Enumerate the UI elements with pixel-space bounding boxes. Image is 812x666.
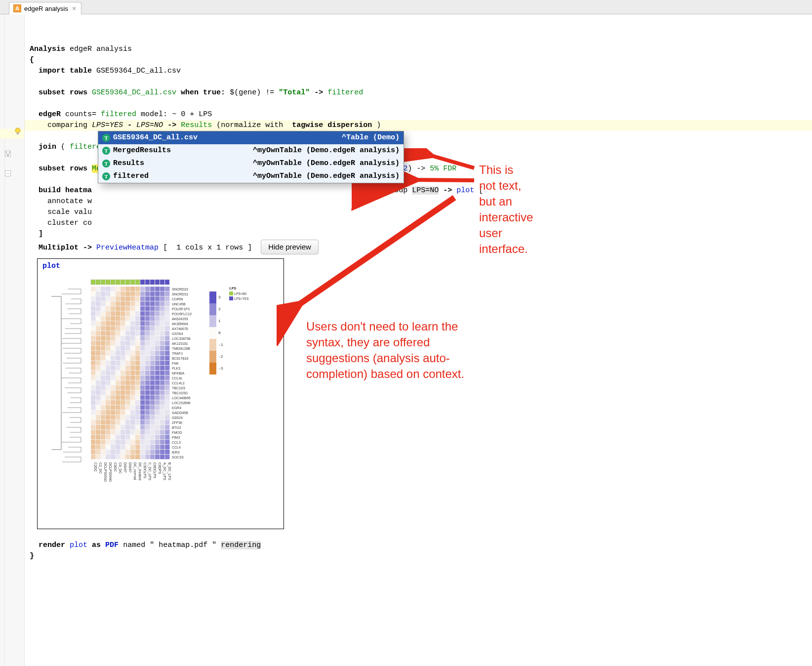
fold-handle-icon[interactable]: － [5, 170, 11, 176]
svg-rect-70 [96, 301, 101, 306]
svg-rect-405 [155, 395, 160, 400]
svg-rect-583 [111, 450, 116, 455]
svg-rect-4 [101, 280, 105, 285]
svg-rect-576 [160, 445, 165, 450]
svg-rect-601 [116, 455, 121, 459]
svg-rect-419 [140, 400, 145, 405]
svg-rect-220 [165, 341, 170, 346]
svg-rect-360 [101, 385, 106, 390]
fold-handle-icon[interactable]: ⋁ [5, 151, 11, 157]
svg-rect-473 [155, 415, 160, 420]
svg-rect-200 [150, 336, 155, 341]
svg-text:D0b97: D0b97 [128, 462, 132, 473]
svg-rect-74 [116, 301, 121, 306]
svg-text:SNORD22: SNORD22 [172, 288, 188, 291]
svg-rect-371 [155, 385, 160, 390]
svg-rect-121 [96, 316, 101, 321]
svg-rect-13 [145, 280, 150, 285]
svg-rect-593 [160, 450, 165, 455]
svg-rect-239 [91, 351, 96, 356]
svg-rect-364 [121, 385, 125, 390]
svg-rect-281 [130, 361, 135, 366]
svg-rect-414 [116, 400, 121, 405]
svg-rect-545 [91, 440, 96, 445]
svg-rect-538 [140, 435, 145, 440]
svg-rect-39 [111, 291, 116, 296]
svg-rect-598 [101, 455, 106, 459]
svg-rect-201 [155, 336, 160, 341]
svg-rect-270 [160, 356, 165, 361]
svg-rect-147 [140, 321, 145, 326]
svg-rect-376 [96, 390, 101, 395]
svg-text:PIM3: PIM3 [172, 436, 180, 439]
svg-rect-359 [96, 385, 101, 390]
svg-text:LOC152896: LOC152896 [172, 401, 191, 405]
svg-rect-57 [116, 296, 121, 301]
svg-rect-588 [135, 450, 140, 455]
svg-rect-555 [140, 440, 145, 445]
editor-tab[interactable]: A edgeR analysis × [9, 2, 81, 14]
svg-rect-325 [96, 375, 101, 380]
svg-rect-241 [101, 351, 106, 356]
autocomplete-popup[interactable]: TGSE59364_DC_all.csv^Table (Demo)TMerged… [98, 131, 404, 183]
svg-rect-318 [145, 371, 150, 375]
svg-rect-18 [91, 287, 96, 291]
svg-rect-507 [155, 425, 160, 430]
svg-rect-525 [160, 430, 165, 435]
svg-rect-513 [101, 430, 106, 435]
svg-text:CORIN: CORIN [172, 297, 183, 301]
svg-text:TRAF1: TRAF1 [172, 352, 183, 355]
svg-rect-523 [150, 430, 155, 435]
svg-rect-369 [145, 385, 150, 390]
svg-rect-93 [125, 306, 130, 311]
autocomplete-item[interactable]: TGSE59364_DC_all.csv^Table (Demo) [98, 131, 404, 144]
svg-rect-124 [111, 316, 116, 321]
intention-bulb-icon[interactable] [14, 127, 22, 137]
svg-rect-487 [140, 420, 145, 425]
kw-subset: subset rows [39, 88, 87, 97]
svg-rect-315 [130, 371, 135, 375]
svg-rect-237 [165, 346, 170, 351]
svg-rect-499 [116, 425, 121, 430]
svg-rect-413 [111, 400, 116, 405]
svg-rect-283 [140, 361, 145, 366]
autocomplete-item[interactable]: TMergedResults^myOwnTable (Demo.edgeR an… [98, 144, 404, 157]
svg-text:POU5F1P3: POU5F1P3 [172, 307, 190, 311]
svg-rect-290 [91, 366, 96, 371]
svg-rect-309 [101, 371, 106, 375]
svg-rect-165 [145, 326, 150, 331]
svg-rect-439 [155, 405, 160, 410]
svg-rect-205 [91, 341, 96, 346]
svg-rect-320 [155, 371, 160, 375]
svg-rect-264 [130, 356, 135, 361]
svg-rect-559 [160, 440, 165, 445]
svg-rect-275 [101, 361, 106, 366]
svg-rect-219 [160, 341, 165, 346]
svg-rect-402 [140, 395, 145, 400]
svg-rect-427 [96, 405, 101, 410]
autocomplete-item[interactable]: TResults^myOwnTable (Demo.edgeR analysis… [98, 157, 404, 170]
svg-rect-384 [135, 390, 140, 395]
svg-rect-118 [165, 311, 170, 316]
svg-rect-271 [165, 356, 170, 361]
svg-rect-87 [96, 306, 101, 311]
svg-rect-381 [121, 390, 125, 395]
svg-rect-312 [116, 371, 121, 375]
svg-text:IER3: IER3 [172, 451, 180, 454]
close-icon[interactable]: × [71, 4, 77, 12]
svg-rect-610 [160, 455, 165, 459]
svg-rect-140 [106, 321, 111, 326]
svg-rect-416 [125, 400, 130, 405]
subset1-src: GSE59364_DC_all.csv [92, 88, 176, 97]
svg-rect-181 [140, 331, 145, 336]
svg-rect-120 [91, 316, 96, 321]
svg-rect-448 [116, 410, 121, 415]
svg-rect-177 [121, 331, 125, 336]
svg-text:LOC338758: LOC338758 [172, 337, 191, 340]
svg-rect-252 [155, 351, 160, 356]
svg-rect-379 [111, 390, 116, 395]
svg-rect-107 [111, 311, 116, 316]
annotation-right: This is not text, but an interactive use… [479, 162, 533, 257]
svg-rect-234 [150, 346, 155, 351]
autocomplete-item[interactable]: Tfiltered^myOwnTable (Demo.edgeR analysi… [98, 170, 404, 183]
